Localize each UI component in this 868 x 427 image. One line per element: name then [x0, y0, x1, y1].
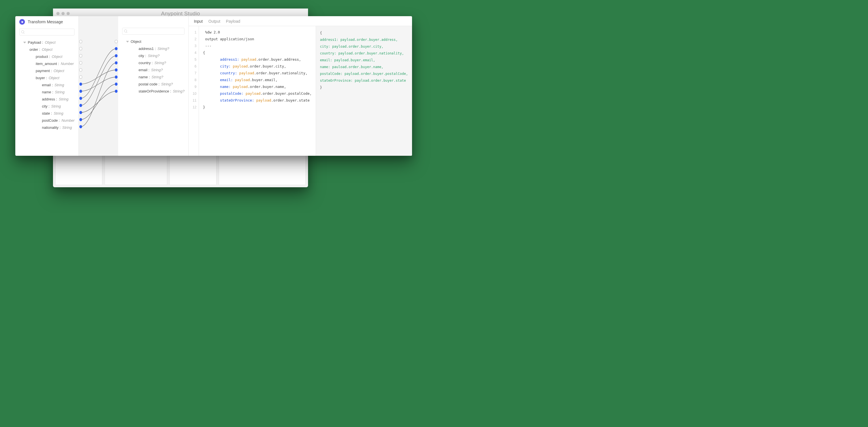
target-search[interactable] — [122, 28, 184, 35]
target-field-root[interactable]: Object — [122, 38, 184, 45]
code-editor[interactable]: %dw 2.0 output application/json ---{ add… — [199, 26, 316, 156]
code-column: Input Output Payload 123456789101112 %dw… — [189, 16, 412, 156]
svg-point-16 — [79, 76, 82, 79]
source-field-nationality[interactable]: nationality : String — [19, 124, 74, 131]
target-tree[interactable]: Objectaddress1 : String?city : String?co… — [118, 36, 188, 97]
svg-point-15 — [79, 68, 82, 72]
window-controls[interactable] — [56, 12, 70, 15]
source-search[interactable] — [19, 29, 74, 35]
code-tabs: Input Output Payload — [189, 16, 412, 26]
line-gutter: 123456789101112 — [189, 26, 199, 156]
input-column: Transform Message Payload : Objectorder … — [15, 16, 79, 156]
target-field-name_field[interactable]: name : String? — [122, 74, 184, 81]
target-field-address1[interactable]: address1 : String? — [122, 45, 184, 52]
source-field-order[interactable]: order : Object — [19, 46, 74, 53]
source-field-state[interactable]: state : String — [19, 110, 74, 117]
tab-input[interactable]: Input — [194, 19, 203, 24]
target-field-email[interactable]: email : String? — [122, 66, 184, 74]
traffic-close[interactable] — [56, 12, 60, 15]
source-field-email[interactable]: email : String — [19, 81, 74, 88]
tab-payload[interactable]: Payload — [226, 19, 240, 24]
svg-point-14 — [79, 61, 82, 64]
search-icon — [124, 29, 127, 33]
traffic-min[interactable] — [61, 12, 65, 15]
source-field-city[interactable]: city : String — [19, 103, 74, 110]
search-icon — [21, 30, 25, 34]
output-column: Objectaddress1 : String?city : String?co… — [118, 16, 189, 156]
source-tree[interactable]: Payload : Objectorder : Objectproduct : … — [15, 37, 79, 133]
svg-point-12 — [79, 47, 82, 50]
traffic-max[interactable] — [67, 12, 70, 15]
svg-point-11 — [79, 40, 82, 43]
panel-header: Transform Message — [15, 16, 79, 28]
tab-output[interactable]: Output — [208, 19, 220, 24]
source-field-name_field[interactable]: name : String — [19, 88, 74, 95]
target-field-stateOrProvidence[interactable]: stateOrProvidence : String? — [122, 88, 184, 95]
source-field-item_amount[interactable]: item_amount : Number — [19, 60, 74, 67]
source-field-address[interactable]: address : String — [19, 95, 74, 103]
svg-point-13 — [79, 54, 82, 57]
target-field-city[interactable]: city : String? — [122, 52, 184, 59]
svg-point-24 — [115, 40, 118, 43]
source-field-root[interactable]: Payload : Object — [19, 39, 74, 46]
panel-title: Transform Message — [28, 20, 63, 24]
mapping-canvas[interactable] — [79, 16, 118, 156]
source-field-payment[interactable]: payment : Object — [19, 67, 74, 74]
transform-icon — [19, 19, 25, 25]
source-field-product[interactable]: product : Object — [19, 53, 74, 60]
target-field-postal_code[interactable]: postal code : String? — [122, 81, 184, 88]
target-field-country[interactable]: country : String? — [122, 59, 184, 66]
preview-pane: { address1: payload.order.buyer.address,… — [316, 26, 412, 156]
transform-panel: Transform Message Payload : Objectorder … — [15, 16, 412, 156]
source-field-buyer[interactable]: buyer : Object — [19, 74, 74, 81]
source-field-postCode[interactable]: postCode : Number — [19, 117, 74, 124]
editor-wrap: 123456789101112 %dw 2.0 output applicati… — [189, 26, 412, 156]
